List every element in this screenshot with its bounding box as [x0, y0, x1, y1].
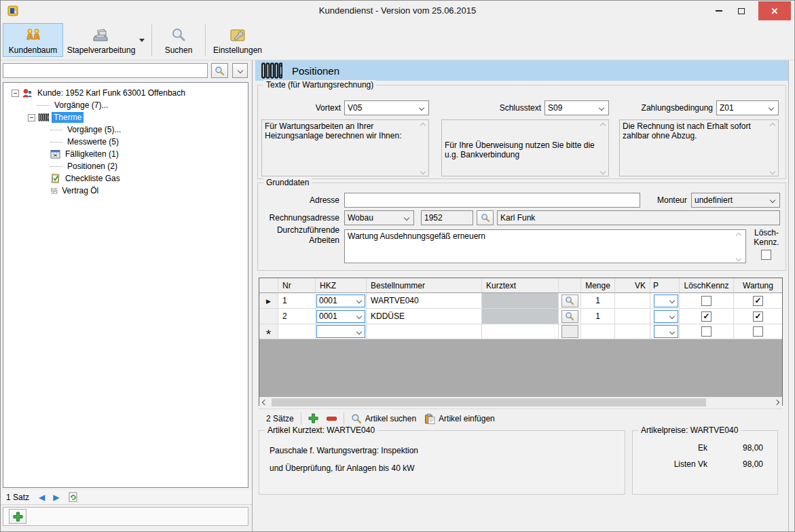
kundennummer-input[interactable]	[421, 210, 473, 225]
wartung-checkbox[interactable]	[753, 311, 763, 322]
add-record-button[interactable]	[9, 509, 26, 524]
einstellungen-button[interactable]: Einstellungen	[208, 23, 267, 57]
chevron-down-icon	[419, 105, 424, 111]
tree-item-checkliste-gas[interactable]: Checkliste Gas	[3, 172, 248, 185]
maximize-button[interactable]	[731, 1, 752, 20]
tree-item-faelligkeiten[interactable]: Fälligkeiten (1)	[3, 148, 248, 160]
tree-item-vorgaenge-kunde[interactable]: Vorgänge (7)...	[3, 99, 248, 111]
artikel-lookup-button[interactable]	[561, 325, 578, 338]
minimize-icon	[716, 10, 722, 12]
header-menge[interactable]: Menge	[581, 278, 615, 293]
rechnungsadresse-typ-select[interactable]: Wobau	[344, 210, 414, 225]
p-select[interactable]	[654, 310, 678, 323]
kunde-suchen-button[interactable]	[477, 210, 494, 225]
header-vk[interactable]: VK	[615, 278, 650, 293]
arbeiten-textarea[interactable]: Wartung Ausdehnungsgefäß erneuern	[344, 229, 746, 263]
search-options-button[interactable]	[232, 63, 248, 78]
loeschkennz-checkbox[interactable]	[701, 296, 711, 306]
customer-icon	[22, 88, 33, 98]
tree-item-kunde[interactable]: Kunde: 1952 Karl Funk 63001 Offenbach	[3, 87, 248, 99]
wartung-checkbox[interactable]	[753, 326, 763, 337]
header-kurztext[interactable]: Kurztext	[482, 278, 559, 293]
tree-item-therme[interactable]: Therme	[3, 111, 248, 124]
remove-position-button[interactable]	[327, 417, 337, 421]
search-go-button[interactable]	[211, 63, 228, 78]
hkz-select[interactable]: 0001	[316, 294, 365, 307]
grid-row-2[interactable]: 2 0001 KDDÜSE	[259, 309, 782, 324]
loeschkennz-checkbox[interactable]	[701, 311, 711, 322]
panel-splitter[interactable]	[252, 60, 253, 532]
p-select[interactable]	[654, 294, 678, 307]
cell-bestellnummer[interactable]	[367, 324, 482, 339]
artikel-suchen-button[interactable]: Artikel suchen	[351, 413, 416, 424]
scroll-right-button[interactable]	[771, 397, 782, 408]
adresse-input[interactable]	[344, 193, 640, 208]
vortext-textarea[interactable]: Für Wartungsarbeiten an Ihrer Heizungsan…	[261, 119, 429, 176]
scrollbar-thumb[interactable]	[272, 398, 706, 406]
header-nr[interactable]: Nr	[278, 278, 316, 293]
tree-item-positionen[interactable]: Positionen (2)	[3, 160, 248, 172]
wartung-checkbox[interactable]	[753, 296, 763, 306]
header-p[interactable]: P	[650, 278, 680, 293]
header-bestellnummer[interactable]: Bestellnummer	[367, 278, 482, 293]
p-select[interactable]	[654, 325, 678, 338]
search-input[interactable]	[3, 63, 208, 78]
monteur-select[interactable]: undefiniert	[691, 193, 780, 208]
collapse-icon[interactable]	[12, 90, 19, 97]
cell-menge[interactable]: 1	[581, 293, 615, 309]
cell-vk[interactable]	[615, 309, 650, 324]
refresh-button[interactable]	[68, 492, 78, 502]
scroll-left-button[interactable]	[259, 397, 270, 408]
stapelverarbeitung-button[interactable]: Stapelverarbeitung	[63, 23, 139, 57]
cell-menge[interactable]	[581, 324, 615, 339]
hkz-select[interactable]	[316, 325, 365, 338]
header-loeschkennz[interactable]: LöschKennz	[680, 278, 734, 293]
grid-new-row[interactable]	[259, 324, 782, 339]
header-hkz[interactable]: HKZ	[316, 278, 367, 293]
cell-vk[interactable]	[615, 293, 650, 309]
cell-bestellnummer[interactable]: WARTVE040	[367, 293, 482, 309]
grunddaten-group-label: Grunddaten	[263, 178, 312, 187]
artikel-lookup-button[interactable]	[561, 294, 578, 307]
vortext-select[interactable]: V05	[344, 100, 429, 115]
adresse-label: Adresse	[258, 193, 339, 208]
stapelverarbeitung-label: Stapelverarbeitung	[63, 45, 140, 55]
cell-nr[interactable]: 2	[278, 309, 316, 324]
cell-suche	[559, 309, 581, 324]
cell-vk[interactable]	[615, 324, 650, 339]
cell-menge[interactable]: 1	[581, 309, 615, 324]
cell-nr[interactable]	[278, 324, 316, 339]
grid-horizontal-scrollbar[interactable]	[259, 397, 782, 408]
magnifier-icon	[215, 66, 225, 76]
hkz-select[interactable]: 0001	[316, 310, 365, 323]
collapse-icon[interactable]	[28, 114, 35, 121]
cell-bestellnummer[interactable]: KDDÜSE	[367, 309, 482, 324]
add-position-button[interactable]	[308, 413, 318, 423]
header-wartung[interactable]: Wartung	[734, 278, 782, 293]
suchen-button[interactable]: Suchen	[155, 23, 202, 57]
tree-item-label: Therme	[52, 112, 84, 123]
grid-row-1[interactable]: 1 0001 WARTVE040	[259, 293, 782, 309]
tree-item-vorgaenge-therme[interactable]: Vorgänge (5)...	[3, 124, 248, 136]
artikel-einfuegen-button[interactable]: Artikel einfügen	[424, 413, 495, 424]
zahlungsbedingung-textarea[interactable]: Die Rechnung ist nach Erhalt sofort zahl…	[619, 119, 779, 176]
schlusstext-select[interactable]: S09	[544, 100, 609, 115]
zahlungsbedingung-select[interactable]: Z01	[716, 100, 779, 115]
prev-record-button[interactable]: ◀	[39, 493, 45, 501]
minimize-button[interactable]	[709, 1, 729, 20]
schlusstext-textarea[interactable]: Für Ihre Überweisung nutzen Sie bitte di…	[441, 119, 609, 176]
kundenbaum-button[interactable]: Kundenbaum	[3, 23, 63, 57]
kundenname-input[interactable]	[497, 210, 780, 225]
ek-value: 98,00	[707, 443, 769, 453]
loeschkennz-checkbox[interactable]	[761, 250, 771, 260]
artikel-lookup-button[interactable]	[561, 310, 578, 323]
tree-item-vertrag-oel[interactable]: §§ Vertrag Öl	[3, 185, 248, 197]
cell-nr[interactable]: 1	[278, 293, 316, 309]
next-record-button[interactable]: ▶	[53, 493, 59, 501]
toolbar-separator	[205, 24, 206, 56]
app-window: Kundendienst - Version vom 25.06.2015 ✕ …	[0, 0, 795, 532]
stapelverarbeitung-dropdown[interactable]	[139, 23, 149, 57]
loeschkennz-checkbox[interactable]	[701, 326, 711, 337]
tree-item-messwerte[interactable]: Messwerte (5)	[3, 136, 248, 148]
close-button[interactable]: ✕	[758, 1, 791, 20]
